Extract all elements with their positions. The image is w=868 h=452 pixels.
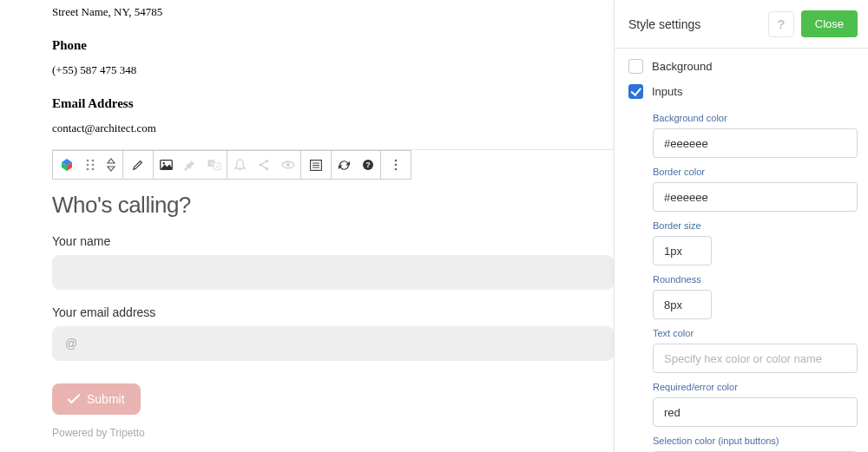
svg-point-5 <box>87 164 89 167</box>
background-checkbox-label: Background <box>652 60 712 73</box>
svg-point-15 <box>239 168 240 170</box>
name-field-label: Your name <box>52 234 614 248</box>
more-icon[interactable] <box>381 151 411 179</box>
panel-body: Background Inputs Background color Borde… <box>615 49 868 452</box>
share-icon[interactable] <box>252 151 276 179</box>
svg-point-10 <box>162 162 164 164</box>
close-button[interactable]: Close <box>801 10 858 37</box>
border-size-input[interactable] <box>653 236 712 265</box>
svg-text:A: A <box>216 164 220 169</box>
help-button[interactable]: ? <box>768 11 794 37</box>
page-content: Street Name, NY, 54785 Phone (+55) 587 4… <box>52 5 614 135</box>
image-icon[interactable] <box>154 151 178 179</box>
email-input[interactable] <box>52 326 614 361</box>
border-size-label: Border size <box>653 220 858 231</box>
svg-point-28 <box>395 160 398 162</box>
selection-color-label: Selection color (input buttons) <box>653 436 858 446</box>
submit-button[interactable]: Submit <box>52 383 141 415</box>
svg-point-6 <box>92 164 95 167</box>
text-color-label: Text color <box>653 328 858 338</box>
svg-point-16 <box>260 163 263 167</box>
help-icon[interactable]: ? <box>356 151 380 179</box>
svg-line-19 <box>262 162 266 165</box>
check-icon <box>68 394 80 404</box>
form-preview: Who's calling? Your name Your email addr… <box>52 192 614 439</box>
drag-handle-icon[interactable] <box>81 159 100 171</box>
error-color-input[interactable] <box>653 397 858 427</box>
bg-color-input[interactable] <box>653 128 858 158</box>
svg-point-7 <box>87 168 89 171</box>
svg-point-8 <box>92 168 95 171</box>
edit-icon[interactable] <box>123 151 153 179</box>
error-color-label: Required/error color <box>653 382 858 392</box>
style-settings-panel: Style settings ? Close Background Inputs… <box>614 0 868 452</box>
svg-point-4 <box>92 160 95 162</box>
roundness-input[interactable] <box>653 290 712 319</box>
translate-icon[interactable]: 文A <box>202 151 227 179</box>
svg-point-21 <box>286 163 290 167</box>
phone-heading: Phone <box>52 38 614 53</box>
form-title: Who's calling? <box>52 192 614 219</box>
svg-point-17 <box>266 160 269 163</box>
powered-by[interactable]: Powered by Tripetto <box>52 427 614 439</box>
background-checkbox-row[interactable]: Background <box>628 54 858 79</box>
svg-line-20 <box>262 166 266 168</box>
inputs-checkbox-row[interactable]: Inputs <box>628 79 858 104</box>
inputs-checkbox-label: Inputs <box>652 85 682 98</box>
main-canvas: Street Name, NY, 54785 Phone (+55) 587 4… <box>0 0 614 452</box>
email-field-label: Your email address <box>52 305 614 319</box>
pin-icon[interactable] <box>178 151 202 179</box>
move-up-down-icon[interactable] <box>100 158 122 172</box>
svg-point-29 <box>395 164 398 167</box>
submit-label: Submit <box>87 392 125 406</box>
border-color-input[interactable] <box>653 182 858 212</box>
list-icon[interactable] <box>301 151 331 179</box>
refresh-icon[interactable] <box>332 151 356 179</box>
svg-point-18 <box>266 167 269 171</box>
name-input[interactable] <box>52 255 614 290</box>
svg-text:文: 文 <box>210 160 214 166</box>
eye-icon[interactable] <box>276 151 300 179</box>
svg-point-3 <box>87 160 89 162</box>
border-color-label: Border color <box>653 167 858 177</box>
bell-icon[interactable] <box>227 151 252 179</box>
email-heading: Email Address <box>52 96 614 111</box>
block-logo-icon[interactable] <box>53 158 81 172</box>
panel-title: Style settings <box>628 17 700 31</box>
inputs-subsection: Background color Border color Border siz… <box>653 113 858 452</box>
svg-point-30 <box>395 168 398 171</box>
text-color-input[interactable] <box>653 344 858 373</box>
selected-block-wrapper[interactable]: 文A <box>52 149 614 439</box>
phone-value: (+55) 587 475 348 <box>52 63 614 77</box>
panel-header: Style settings ? Close <box>615 0 868 49</box>
street-line: Street Name, NY, 54785 <box>52 5 614 19</box>
inputs-checkbox[interactable] <box>628 84 643 99</box>
email-value: contact@architect.com <box>52 121 614 135</box>
block-toolbar: 文A <box>52 150 411 180</box>
svg-text:?: ? <box>365 160 371 169</box>
bg-color-label: Background color <box>653 113 858 123</box>
background-checkbox[interactable] <box>628 59 643 74</box>
roundness-label: Roundness <box>653 274 858 285</box>
